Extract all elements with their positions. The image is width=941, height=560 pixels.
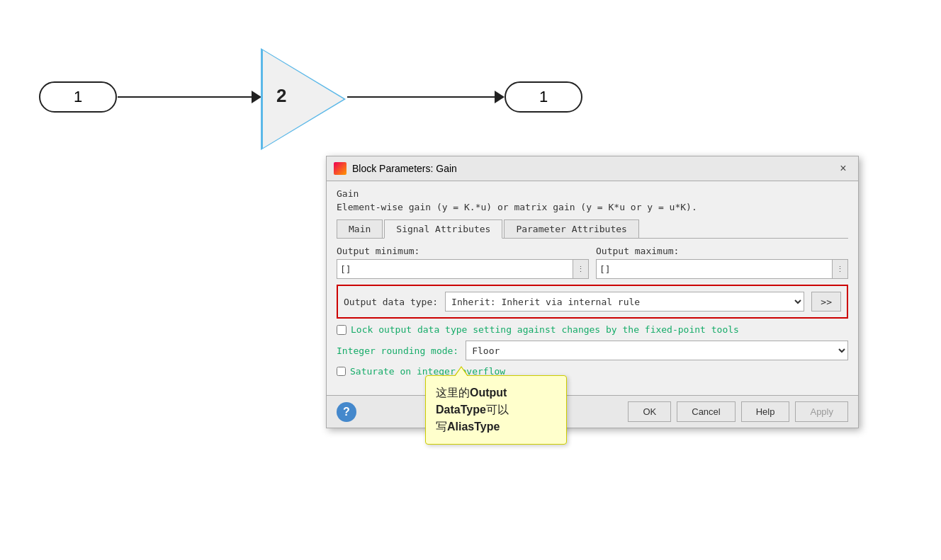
dialog-title: Block Parameters: Gain	[352, 163, 457, 174]
dialog-tabs: Main Signal Attributes Parameter Attribu…	[337, 219, 848, 239]
output-max-label: Output maximum:	[596, 246, 848, 256]
rounding-select[interactable]: Floor Ceiling Zero Round	[466, 341, 848, 360]
output-dtype-label: Output data type:	[344, 297, 438, 307]
input-port-block[interactable]: 1	[39, 81, 117, 113]
cancel-button[interactable]: Cancel	[677, 401, 735, 422]
tab-parameter-attributes[interactable]: Parameter Attributes	[504, 219, 639, 238]
signal-line-1	[118, 96, 259, 98]
output-port-label: 1	[539, 88, 548, 106]
output-max-col: Output maximum: ⋮	[596, 246, 848, 279]
saturate-row: Saturate on integer overflow	[337, 366, 848, 377]
output-dtype-select[interactable]: Inherit: Inherit via internal rule doubl…	[445, 292, 804, 312]
lock-checkbox[interactable]	[337, 325, 346, 335]
lock-label: Lock output data type setting against ch…	[351, 324, 739, 335]
rounding-label: Integer rounding mode:	[337, 345, 458, 356]
dialog-titlebar: Block Parameters: Gain ×	[327, 156, 858, 181]
block-name-text: Gain	[337, 188, 848, 199]
gain-block-label[interactable]: 2	[276, 85, 286, 107]
output-min-label: Output minimum:	[337, 246, 589, 256]
output-min-menu-btn[interactable]: ⋮	[573, 259, 589, 279]
dialog-icon	[334, 162, 346, 175]
output-max-wrap: ⋮	[596, 259, 848, 279]
help-icon-button[interactable]: ?	[337, 402, 356, 422]
signal-line-2	[347, 96, 503, 98]
output-min-col: Output minimum: ⋮	[337, 246, 589, 279]
close-button[interactable]: ×	[835, 161, 851, 176]
tab-main[interactable]: Main	[337, 219, 383, 238]
lock-checkbox-row: Lock output data type setting against ch…	[337, 324, 848, 335]
output-dtype-row: Output data type: Inherit: Inherit via i…	[337, 285, 848, 319]
input-port-label: 1	[74, 88, 82, 106]
callout-tooltip: 这里的OutputDataType可以写AliasType	[425, 375, 567, 445]
rounding-row: Integer rounding mode: Floor Ceiling Zer…	[337, 341, 848, 360]
output-max-menu-btn[interactable]: ⋮	[833, 259, 848, 279]
output-port-block[interactable]: 1	[505, 81, 582, 113]
dialog-footer: ? OK Cancel Help Apply	[327, 395, 858, 428]
arrowhead-1	[252, 91, 261, 103]
gain-block-inner	[263, 50, 344, 148]
callout-text: 这里的OutputDataType可以写AliasType	[436, 387, 509, 433]
tab-signal-attributes[interactable]: Signal Attributes	[384, 219, 502, 239]
arrowhead-2	[495, 91, 505, 103]
output-minmax-row: Output minimum: ⋮ Output maximum: ⋮	[337, 246, 848, 279]
simulink-canvas: 1 2 1 Block Parameters: Gain × Gain Elem…	[0, 0, 941, 560]
dialog-body: Gain Element-wise gain (y = K.*u) or mat…	[327, 181, 858, 395]
ok-button[interactable]: OK	[628, 401, 671, 422]
titlebar-left: Block Parameters: Gain	[334, 162, 457, 175]
saturate-checkbox[interactable]	[337, 367, 346, 376]
block-description: Element-wise gain (y = K.*u) or matrix g…	[337, 202, 848, 212]
dtype-expand-btn[interactable]: >>	[811, 292, 841, 312]
apply-button[interactable]: Apply	[795, 401, 848, 422]
output-min-input[interactable]	[337, 259, 573, 279]
output-min-wrap: ⋮	[337, 259, 589, 279]
help-button[interactable]: Help	[741, 401, 790, 422]
output-max-input[interactable]	[596, 259, 833, 279]
block-parameters-dialog: Block Parameters: Gain × Gain Element-wi…	[326, 156, 859, 428]
